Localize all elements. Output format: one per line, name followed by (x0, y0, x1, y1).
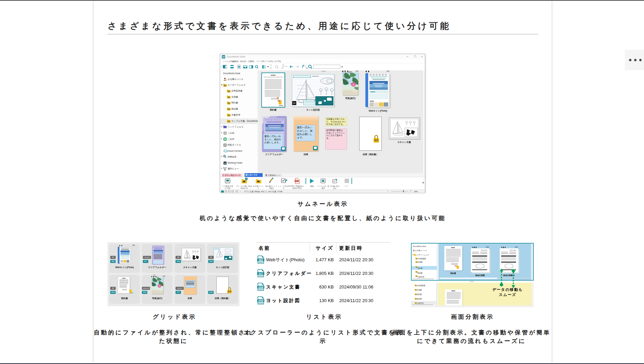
svg-text:W: W (224, 162, 226, 165)
svg-text:PDF: PDF (295, 180, 298, 182)
